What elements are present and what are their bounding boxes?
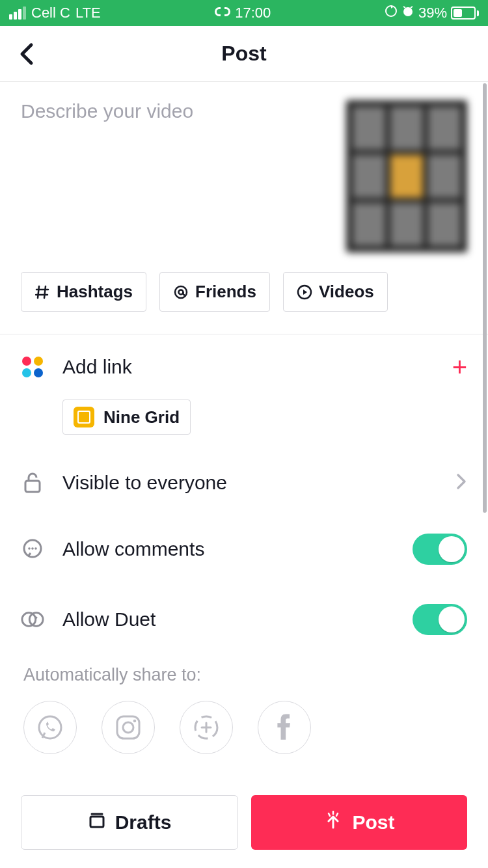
- nav-bar: Post: [0, 26, 488, 82]
- share-label: Automatically share to:: [23, 665, 465, 685]
- status-icon: [191, 712, 221, 742]
- share-section: Automatically share to:: [0, 655, 488, 754]
- share-whatsapp[interactable]: [23, 701, 77, 754]
- duet-toggle[interactable]: [413, 604, 467, 635]
- hashtag-icon: [34, 284, 50, 300]
- share-instagram[interactable]: [102, 701, 155, 754]
- whatsapp-icon: [36, 713, 64, 742]
- friends-chip[interactable]: Friends: [159, 272, 270, 312]
- video-thumbnail[interactable]: [346, 100, 467, 252]
- svg-point-2: [175, 286, 187, 298]
- duet-row: Allow Duet: [0, 584, 488, 655]
- svg-point-9: [34, 547, 37, 550]
- status-bar: Cell C LTE 17:00 39%: [0, 0, 488, 26]
- link-attachment-chip[interactable]: Nine Grid: [62, 400, 191, 435]
- carrier-text: Cell C: [31, 5, 70, 21]
- lock-icon: [21, 471, 44, 495]
- comments-toggle[interactable]: [413, 534, 467, 565]
- drafts-icon: [88, 811, 106, 834]
- svg-rect-18: [90, 817, 103, 827]
- drafts-button[interactable]: Drafts: [21, 795, 238, 850]
- link-attachment-label: Nine Grid: [103, 407, 180, 427]
- instagram-icon: [113, 712, 143, 742]
- page-title: Post: [0, 42, 488, 66]
- play-icon: [297, 284, 312, 300]
- bottom-bar: Drafts Post: [0, 777, 488, 868]
- svg-rect-5: [25, 481, 40, 492]
- back-button[interactable]: [16, 42, 39, 66]
- svg-rect-14: [117, 716, 139, 739]
- svg-point-1: [403, 7, 413, 16]
- svg-point-12: [35, 616, 37, 618]
- add-link-label: Add link: [62, 356, 434, 378]
- svg-point-8: [31, 547, 34, 550]
- share-status[interactable]: [180, 701, 233, 754]
- add-link-icon: [21, 355, 44, 379]
- plus-icon[interactable]: +: [452, 354, 467, 380]
- post-label: Post: [352, 811, 394, 834]
- time-text: 17:00: [235, 5, 271, 21]
- battery-text: 39%: [418, 5, 447, 21]
- hashtags-chip[interactable]: Hashtags: [21, 272, 146, 312]
- friends-label: Friends: [195, 282, 256, 302]
- comment-icon: [21, 537, 44, 561]
- svg-point-7: [28, 547, 31, 550]
- comments-row: Allow comments: [0, 514, 488, 584]
- orientation-lock-icon: [385, 5, 398, 21]
- signal-icon: [9, 7, 26, 20]
- alarm-icon: [401, 5, 414, 21]
- add-link-row[interactable]: Add link +: [0, 334, 488, 400]
- post-icon: [323, 811, 343, 835]
- facebook-icon: [275, 712, 293, 742]
- caption-input[interactable]: [21, 100, 331, 252]
- drafts-label: Drafts: [115, 811, 172, 834]
- duet-icon: [21, 608, 44, 631]
- battery-icon: [451, 7, 479, 20]
- hashtags-label: Hashtags: [57, 282, 133, 302]
- chevron-right-icon: [455, 472, 467, 493]
- svg-point-15: [123, 722, 133, 733]
- network-text: LTE: [75, 5, 101, 21]
- svg-point-16: [133, 720, 137, 723]
- visibility-label: Visible to everyone: [62, 472, 437, 494]
- post-button[interactable]: Post: [251, 795, 467, 850]
- videos-chip[interactable]: Videos: [283, 272, 388, 312]
- link-icon: [214, 5, 231, 21]
- svg-point-13: [39, 716, 61, 739]
- scrollbar[interactable]: [483, 83, 487, 513]
- videos-label: Videos: [319, 282, 374, 302]
- compose-area: [0, 82, 488, 252]
- share-facebook[interactable]: [258, 701, 311, 754]
- duet-label: Allow Duet: [62, 608, 394, 631]
- compose-chips: Hashtags Friends Videos: [0, 252, 488, 334]
- mention-icon: [173, 284, 189, 300]
- visibility-row[interactable]: Visible to everyone: [0, 452, 488, 514]
- comments-label: Allow comments: [62, 538, 394, 560]
- nine-grid-icon: [74, 407, 94, 427]
